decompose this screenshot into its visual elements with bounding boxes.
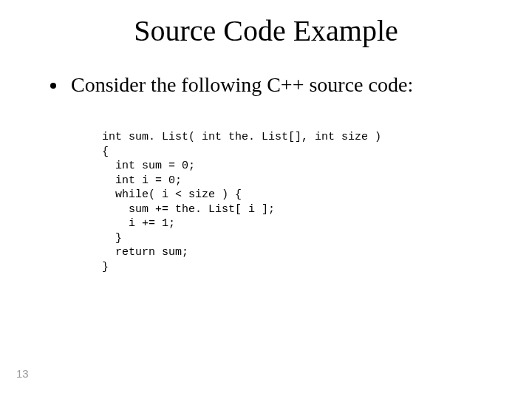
slide: Source Code Example Consider the followi… (0, 0, 532, 399)
code-block: int sum. List( int the. List[], int size… (102, 130, 381, 274)
bullet-dot-icon (50, 83, 56, 89)
bullet-text: Consider the following C++ source code: (71, 72, 413, 98)
slide-title: Source Code Example (0, 13, 532, 48)
bullet-item: Consider the following C++ source code: (50, 72, 502, 98)
page-number: 13 (16, 367, 29, 380)
